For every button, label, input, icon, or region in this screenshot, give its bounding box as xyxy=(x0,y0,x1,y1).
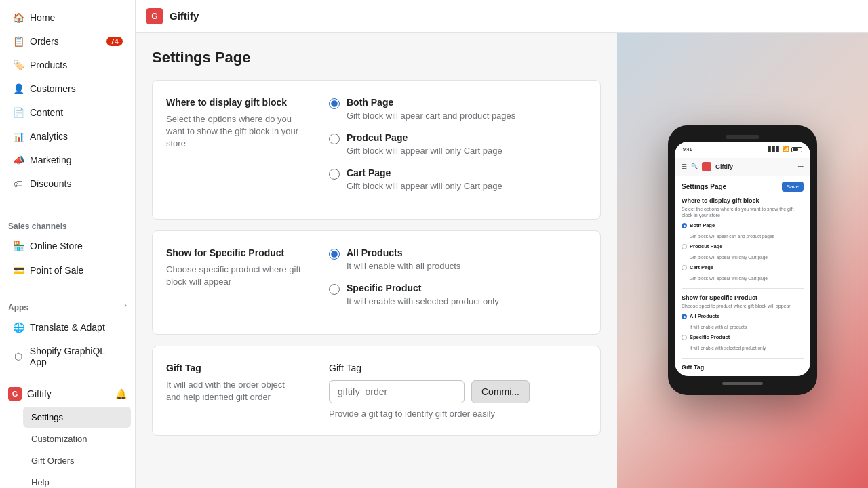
content: Settings Page Where to display gift bloc… xyxy=(136,33,868,488)
phone-product-page-label: Prodcut Page xyxy=(690,243,768,249)
all-products-title: All Products xyxy=(347,247,460,258)
phone-product-page-radio xyxy=(682,244,687,249)
phone-specific-product-label: Specific Product xyxy=(690,334,766,340)
cart-page-radio[interactable] xyxy=(329,169,340,180)
gift-tag-left-desc: It will add with the order object and he… xyxy=(166,379,301,403)
product-page-option: Prodcut Page Gift block will appear will… xyxy=(329,132,587,157)
sidebar-item-graphiql[interactable]: ⬡ Shopify GraphiQL App xyxy=(4,340,131,373)
display-section-right: Both Page Gift block will apear cart and… xyxy=(315,81,600,219)
phone-cart-page-option: Cart Page Gift block will appear will on… xyxy=(682,264,804,283)
all-products-label[interactable]: All Products It will enable with all pro… xyxy=(329,247,587,272)
both-page-desc: Gift block will apear cart and product p… xyxy=(347,110,515,121)
orders-icon: 📋 xyxy=(12,35,24,47)
sidebar-item-products[interactable]: 🏷️ Products xyxy=(4,54,131,77)
sidebar-item-online-store[interactable]: 🏪 Online Store xyxy=(4,235,131,258)
gift-tag-section-left: Gift Tag It will add with the order obje… xyxy=(153,346,315,435)
phone-product-sub: Choose specific product where gift block… xyxy=(682,303,804,309)
product-section-title: Show for Specific Product xyxy=(166,247,301,258)
phone-cart-page-sub: Gift block will appear will only Cart pa… xyxy=(690,276,768,281)
sidebar-giftify-header[interactable]: G Giftify 🔔 xyxy=(0,382,135,406)
both-page-label[interactable]: Both Page Gift block will apear cart and… xyxy=(329,97,587,121)
topbar-logo: G xyxy=(146,8,163,24)
phone-divider-1 xyxy=(682,288,804,289)
phone-all-products-radio xyxy=(682,314,687,319)
phone-frame: 9:41 ▋▋▋ 📶 ☰ 🔍 xyxy=(668,125,817,395)
phone-nav-title: Giftify xyxy=(715,163,794,170)
sidebar-item-marketing[interactable]: 📣 Marketing xyxy=(4,148,131,171)
phone-cart-page-label: Cart Page xyxy=(690,264,768,270)
sales-channels-title: Sales channels xyxy=(0,215,135,234)
home-icon: 🏠 xyxy=(12,12,24,24)
sidebar-item-home[interactable]: 🏠 Home xyxy=(4,6,131,29)
phone-time: 9:41 xyxy=(683,147,692,152)
all-products-desc: It will enable with all products xyxy=(347,261,460,271)
phone-both-page-label: Both Page xyxy=(690,222,774,228)
phone-nav: ☰ 🔍 Giftify ••• xyxy=(675,158,810,176)
product-page-title: Prodcut Page xyxy=(347,132,502,143)
product-page-label[interactable]: Prodcut Page Gift block will appear will… xyxy=(329,132,587,157)
phone-specific-product-option: Specific Product It will enable with sel… xyxy=(682,334,804,352)
sidebar-item-customization[interactable]: Customization xyxy=(23,428,131,449)
online-store-icon: 🏪 xyxy=(12,240,24,252)
sidebar-item-settings[interactable]: Settings xyxy=(23,407,131,428)
sidebar-item-gift-orders[interactable]: Gift Orders xyxy=(23,450,131,471)
customers-icon: 👤 xyxy=(12,83,24,95)
gift-tag-input-row: Commi... xyxy=(329,380,587,403)
phone-content: Settings Page Save Where to display gift… xyxy=(675,176,810,376)
giftify-sub-menu: Settings Customization Gift Orders Help … xyxy=(0,406,135,488)
translate-icon: 🌐 xyxy=(12,321,24,333)
battery-icon xyxy=(791,147,802,152)
apps-title: Apps xyxy=(8,303,28,312)
both-page-option: Both Page Gift block will apear cart and… xyxy=(329,97,587,121)
specific-product-desc: It will enable with selected product onl… xyxy=(347,296,499,306)
giftify-label: Giftify xyxy=(27,388,52,399)
notification-icon[interactable]: 🔔 xyxy=(115,388,127,399)
apps-chevron: › xyxy=(124,301,127,309)
specific-product-label[interactable]: Specific Product It will enable with sel… xyxy=(329,283,587,307)
display-section-title: Where to display gift block xyxy=(166,97,301,108)
orders-badge: 74 xyxy=(106,37,123,46)
phone-save-button[interactable]: Save xyxy=(782,182,804,192)
sidebar-item-point-of-sale[interactable]: 💳 Point of Sale xyxy=(4,259,131,282)
product-page-radio[interactable] xyxy=(329,134,340,144)
sidebar-item-translate[interactable]: 🌐 Translate & Adapt xyxy=(4,316,131,339)
phone-divider-2 xyxy=(682,358,804,359)
sidebar-item-discounts[interactable]: 🏷 Discounts xyxy=(4,172,131,195)
display-section: Where to display gift block Select the o… xyxy=(152,80,601,220)
phone-both-page-radio xyxy=(682,223,687,228)
content-left: Settings Page Where to display gift bloc… xyxy=(136,33,617,488)
product-section-left: Show for Specific Product Choose specifi… xyxy=(153,231,315,334)
phone-search-icon: 🔍 xyxy=(691,163,698,169)
display-section-desc: Select the options where do you want to … xyxy=(166,113,301,150)
sidebar-item-content[interactable]: 📄 Content xyxy=(4,101,131,124)
giftify-icon: G xyxy=(8,387,22,401)
specific-product-radio[interactable] xyxy=(329,284,340,295)
sidebar-item-help[interactable]: Help xyxy=(23,472,131,488)
phone-screen: 9:41 ▋▋▋ 📶 ☰ 🔍 xyxy=(675,142,810,376)
sidebar-item-analytics[interactable]: 📊 Analytics xyxy=(4,125,131,148)
gift-tag-input[interactable] xyxy=(329,380,465,403)
display-section-left: Where to display gift block Select the o… xyxy=(153,81,315,219)
both-page-title: Both Page xyxy=(347,97,515,108)
all-products-radio[interactable] xyxy=(329,249,340,260)
cart-page-label[interactable]: Cart Page Gift block will appear will on… xyxy=(329,167,587,192)
phone-all-products-sub: It will enable with all products xyxy=(690,325,747,329)
product-page-desc: Gift block will appear will only Cart pa… xyxy=(347,146,502,156)
both-page-radio[interactable] xyxy=(329,98,340,109)
phone-product-title: Show for Specific Product xyxy=(682,294,804,301)
sidebar-item-customers[interactable]: 👤 Customers xyxy=(4,77,131,100)
cart-page-title: Cart Page xyxy=(347,167,502,178)
sidebar: 🏠 Home 📋 Orders 74 🏷️ Products 👤 Custome… xyxy=(0,0,136,488)
phone-preview-area: 9:41 ▋▋▋ 📶 ☰ 🔍 xyxy=(617,33,868,488)
signal-icon: ▋▋▋ xyxy=(768,146,781,152)
analytics-icon: 📊 xyxy=(12,130,24,142)
phone-settings-title: Settings Page xyxy=(682,183,726,190)
phone-product-page-option: Prodcut Page Gift block will appear will… xyxy=(682,243,804,262)
sidebar-item-orders[interactable]: 📋 Orders 74 xyxy=(4,30,131,53)
phone-both-page-option: Both Page Gift block will apear cart and… xyxy=(682,222,804,241)
gift-tag-hint: Provide a git tag to identify gift order… xyxy=(329,409,587,419)
phone-gift-tag-label: Gift Tag xyxy=(682,364,804,371)
content-icon: 📄 xyxy=(12,106,24,119)
gift-tag-commit-button[interactable]: Commi... xyxy=(471,380,530,403)
phone-status-icons: ▋▋▋ 📶 xyxy=(768,146,802,152)
